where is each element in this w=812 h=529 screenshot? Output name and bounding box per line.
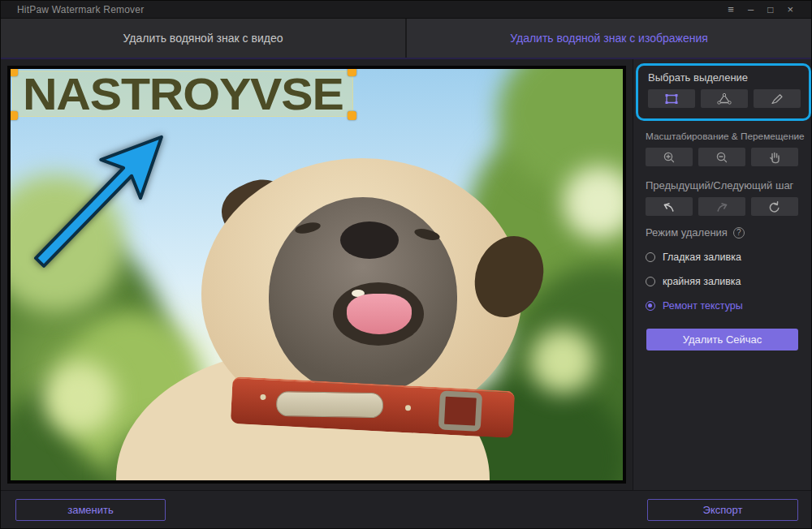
selection-handle-bottom-left[interactable] — [11, 111, 18, 120]
window-controls: ≡ – □ × — [728, 4, 801, 15]
menu-icon[interactable]: ≡ — [728, 4, 734, 15]
close-icon[interactable]: × — [787, 4, 793, 15]
watermark-text: NASTROYVSE — [23, 69, 343, 120]
bokeh-highlight — [43, 361, 116, 434]
minimize-icon[interactable]: – — [748, 4, 754, 15]
selection-handle-top-right[interactable] — [348, 69, 356, 76]
title-bar: HitPaw Watermark Remover ≡ – □ × — [1, 1, 811, 19]
selection-tools-section: Выбрать выделение — [636, 63, 811, 121]
help-icon[interactable]: ? — [733, 227, 745, 239]
footer-bar: заменить Экспорт — [1, 490, 812, 528]
zoom-out-icon — [712, 151, 732, 164]
steps-section: Предыдущий/Следующий шаг — [646, 179, 798, 216]
radio-smooth-fill-label: Гладкая заливка — [663, 252, 741, 263]
polygon-select-button[interactable] — [701, 89, 748, 108]
zoom-in-icon — [659, 151, 679, 164]
removal-mode-section: Режим удаления ? Гладкая заливка крайняя… — [646, 226, 745, 312]
zoom-pan-section: Масштабирование & Перемещение — [646, 131, 805, 166]
zoom-in-button[interactable] — [646, 148, 693, 166]
dog-photo: NASTROYVSE — [11, 69, 623, 480]
zoom-section-label: Масштабирование & Перемещение — [646, 131, 805, 142]
selection-handle-bottom-right[interactable] — [348, 111, 356, 120]
undo-button[interactable] — [646, 197, 693, 216]
collar-plate — [276, 391, 384, 418]
pan-hand-icon — [765, 151, 784, 164]
redo-button[interactable] — [698, 197, 745, 216]
tab-remove-video-watermark[interactable]: Удалить водяной знак с видео — [1, 19, 407, 58]
bokeh-highlight — [530, 329, 595, 394]
app-window: HitPaw Watermark Remover ≡ – □ × Удалить… — [0, 0, 812, 529]
reset-button[interactable] — [751, 197, 798, 216]
remove-now-button[interactable]: Удалить Сейчас — [646, 329, 798, 351]
radio-circle-icon — [646, 252, 655, 262]
replace-button[interactable]: заменить — [15, 499, 166, 521]
radio-texture-repair[interactable]: Ремонт текстуры — [646, 300, 745, 312]
collar-buckle — [438, 390, 482, 432]
reset-icon — [765, 200, 784, 213]
pan-hand-button[interactable] — [751, 148, 798, 166]
tab-bar: Удалить водяной знак с видео Удалить вод… — [1, 19, 811, 59]
steps-section-label: Предыдущий/Следующий шаг — [646, 179, 798, 191]
radio-circle-icon — [646, 301, 655, 311]
brush-select-icon — [767, 92, 787, 105]
dog-nose — [340, 221, 399, 259]
image-canvas: NASTROYVSE — [7, 66, 626, 484]
radio-circle-icon — [646, 277, 655, 286]
app-title: HitPaw Watermark Remover — [17, 4, 144, 15]
radio-smooth-fill[interactable]: Гладкая заливка — [646, 252, 745, 263]
maximize-icon[interactable]: □ — [767, 5, 773, 15]
radio-edge-fill-label: крайняя заливка — [663, 276, 741, 287]
rectangle-select-button[interactable] — [648, 89, 695, 108]
undo-icon — [659, 200, 679, 213]
watermark-selection-box[interactable]: NASTROYVSE — [12, 71, 353, 117]
tab-remove-image-watermark[interactable]: Удалить водяной знак с изображения — [407, 19, 811, 58]
brush-select-button[interactable] — [754, 89, 801, 108]
radio-texture-repair-label: Ремонт текстуры — [663, 300, 743, 312]
radio-edge-fill[interactable]: крайняя заливка — [646, 276, 745, 287]
redo-icon — [712, 200, 732, 213]
zoom-out-button[interactable] — [698, 148, 745, 166]
main-area: NASTROYVSE Выбрать выделение — [1, 59, 811, 492]
rectangle-select-icon — [662, 92, 681, 105]
tools-panel: Выбрать выделение — [633, 59, 812, 492]
selection-section-label: Выбрать выделение — [648, 71, 809, 84]
export-button[interactable]: Экспорт — [647, 499, 798, 521]
mode-section-label: Режим удаления — [646, 226, 728, 239]
selection-handle-top-left[interactable] — [11, 69, 18, 76]
dog-tongue — [347, 294, 412, 334]
polygon-select-icon — [715, 92, 734, 105]
